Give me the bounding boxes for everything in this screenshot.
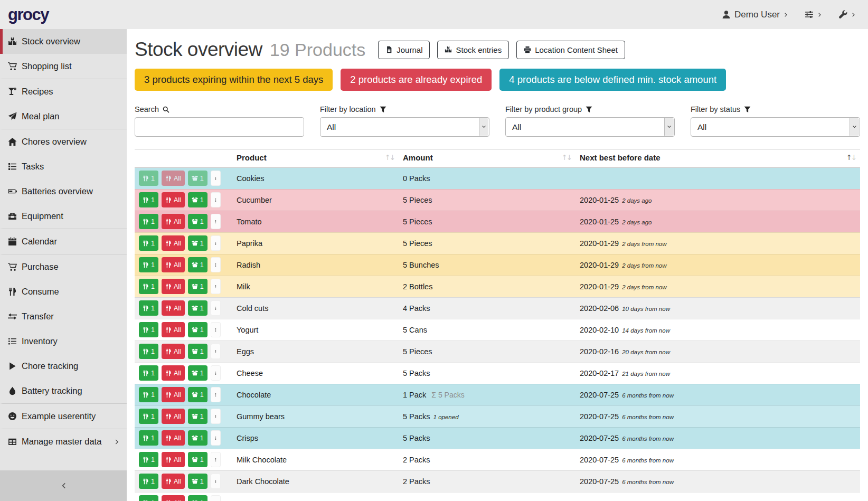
row-menu-button[interactable] <box>211 452 221 467</box>
sidebar-item-inventory[interactable]: Inventory <box>0 329 127 354</box>
grocy-logo[interactable]: grocy <box>8 5 49 24</box>
consume-one-button[interactable]: 1 <box>139 495 158 501</box>
sidebar-item-equipment[interactable]: Equipment <box>0 204 127 229</box>
search-input[interactable] <box>135 117 304 137</box>
row-menu-button[interactable] <box>211 474 221 489</box>
consume-all-button[interactable]: All <box>162 474 185 489</box>
consume-one-button[interactable]: 1 <box>139 257 158 272</box>
consume-all-button[interactable]: All <box>162 495 185 501</box>
consume-one-button[interactable]: 1 <box>139 344 158 359</box>
consume-all-button[interactable]: All <box>162 214 185 229</box>
sidebar-item-transfer[interactable]: Transfer <box>0 304 127 329</box>
consume-one-button[interactable]: 1 <box>139 365 158 381</box>
consume-one-button[interactable]: 1 <box>139 235 158 251</box>
open-one-button[interactable]: 1 <box>188 300 207 316</box>
consume-all-button[interactable]: All <box>162 409 185 424</box>
sidebar-item-chore-tracking[interactable]: Chore tracking <box>0 354 127 379</box>
product-column-header[interactable]: Product ↑↓ <box>232 150 399 168</box>
consume-one-button[interactable]: 1 <box>139 474 158 489</box>
consume-one-button[interactable]: 1 <box>139 452 158 467</box>
consume-one-button[interactable]: 1 <box>139 430 158 446</box>
consume-one-button[interactable]: 1 <box>139 192 158 207</box>
sidebar-item-calendar[interactable]: Calendar <box>0 229 127 254</box>
consume-one-button[interactable]: 1 <box>139 300 158 316</box>
open-one-button[interactable]: 1 <box>188 365 207 381</box>
row-menu-button[interactable] <box>211 300 221 316</box>
status-select[interactable]: All <box>691 117 860 137</box>
row-menu-button[interactable] <box>211 409 221 424</box>
sidebar-item-recipes[interactable]: Recipes <box>0 79 127 104</box>
consume-all-button[interactable]: All <box>162 257 185 272</box>
open-one-button[interactable]: 1 <box>188 192 207 207</box>
consume-one-button[interactable]: 1 <box>139 387 158 402</box>
sidebar-item-example-userentity[interactable]: Example userentity <box>0 403 127 429</box>
row-menu-button[interactable] <box>211 214 221 229</box>
consume-all-button[interactable]: All <box>162 322 185 337</box>
row-menu-button[interactable] <box>211 344 221 359</box>
journal-button[interactable]: Journal <box>378 41 430 59</box>
product-group-select[interactable]: All <box>505 117 675 137</box>
sidebar-item-manage-master-data[interactable]: Manage master data <box>0 429 127 454</box>
user-menu[interactable]: Demo User <box>722 10 789 20</box>
sidebar-item-batteries-overview[interactable]: Batteries overview <box>0 179 127 204</box>
open-one-button[interactable]: 1 <box>188 387 207 402</box>
consume-all-button[interactable]: All <box>162 452 185 467</box>
consume-all-button[interactable]: All <box>162 365 185 381</box>
row-menu-button[interactable] <box>211 171 221 186</box>
open-one-button[interactable]: 1 <box>188 171 207 186</box>
sidebar-item-tasks[interactable]: Tasks <box>0 154 127 179</box>
consume-one-button[interactable]: 1 <box>139 279 158 294</box>
location-select[interactable]: All <box>320 117 489 137</box>
consume-all-button[interactable]: All <box>162 344 185 359</box>
sidebar-item-stock-overview[interactable]: Stock overview <box>0 29 127 54</box>
admin-menu[interactable] <box>838 10 856 19</box>
row-menu-button[interactable] <box>211 387 221 402</box>
row-menu-button[interactable] <box>211 495 221 501</box>
best-before-column-header[interactable]: Next best before date ↑↓ <box>575 150 860 168</box>
consume-one-button[interactable]: 1 <box>139 409 158 424</box>
open-one-button[interactable]: 1 <box>188 279 207 294</box>
row-menu-button[interactable] <box>211 365 221 381</box>
row-menu-button[interactable] <box>211 257 221 272</box>
settings-menu[interactable] <box>805 10 823 19</box>
consume-all-button[interactable]: All <box>162 387 185 402</box>
row-menu-button[interactable] <box>211 235 221 251</box>
consume-one-button[interactable]: 1 <box>139 214 158 229</box>
open-one-button[interactable]: 1 <box>188 430 207 446</box>
collapse-sidebar-icon[interactable] <box>60 482 67 489</box>
row-menu-button[interactable] <box>211 279 221 294</box>
open-one-button[interactable]: 1 <box>188 409 207 424</box>
consume-all-button[interactable]: All <box>162 192 185 207</box>
open-one-button[interactable]: 1 <box>188 257 207 272</box>
consume-all-button[interactable]: All <box>162 300 185 316</box>
open-one-button[interactable]: 1 <box>188 344 207 359</box>
amount-cell: 5 Pieces <box>399 189 575 211</box>
amount-column-header[interactable]: Amount ↑↓ <box>399 150 575 168</box>
alert-below-min-stock[interactable]: 4 products are below defined min. stock … <box>499 69 726 91</box>
open-one-button[interactable]: 1 <box>188 235 207 251</box>
consume-all-button[interactable]: All <box>162 279 185 294</box>
consume-one-button[interactable]: 1 <box>139 171 158 186</box>
open-one-button[interactable]: 1 <box>188 214 207 229</box>
alert-expiring-soon[interactable]: 3 products expiring within the next 5 da… <box>135 69 333 91</box>
stock-entries-button[interactable]: Stock entries <box>437 41 509 59</box>
consume-all-button[interactable]: All <box>162 235 185 251</box>
open-one-button[interactable]: 1 <box>188 474 207 489</box>
sidebar-item-shopping-list[interactable]: Shopping list <box>0 54 127 79</box>
consume-all-button[interactable]: All <box>162 171 185 186</box>
alert-expired[interactable]: 2 products are already expired <box>341 69 492 91</box>
location-content-sheet-button[interactable]: Location Content Sheet <box>516 41 625 59</box>
sidebar-item-meal-plan[interactable]: Meal plan <box>0 104 127 129</box>
sidebar-item-chores-overview[interactable]: Chores overview <box>0 129 127 154</box>
consume-one-button[interactable]: 1 <box>139 322 158 337</box>
open-one-button[interactable]: 1 <box>188 452 207 467</box>
row-menu-button[interactable] <box>211 322 221 337</box>
sidebar-item-battery-tracking[interactable]: Battery tracking <box>0 379 127 403</box>
sidebar-item-consume[interactable]: Consume <box>0 279 127 304</box>
open-one-button[interactable]: 1 <box>188 322 207 337</box>
open-one-button[interactable]: 1 <box>188 495 207 501</box>
row-menu-button[interactable] <box>211 430 221 446</box>
sidebar-item-purchase[interactable]: Purchase <box>0 254 127 279</box>
row-menu-button[interactable] <box>211 192 221 207</box>
consume-all-button[interactable]: All <box>162 430 185 446</box>
